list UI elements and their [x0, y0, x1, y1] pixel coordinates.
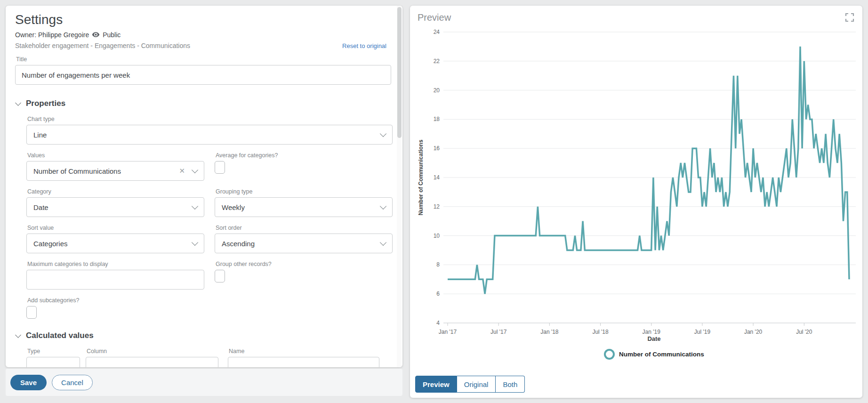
svg-text:16: 16: [434, 145, 440, 152]
svg-text:14: 14: [434, 174, 440, 181]
values-select[interactable]: Number of Communications ✕: [26, 161, 204, 181]
add-subcategories-checkbox[interactable]: [26, 306, 37, 319]
owner-row: Owner: Philippe Gregoire Public: [15, 31, 393, 39]
view-preview-button[interactable]: Preview: [415, 376, 457, 393]
chevron-down-icon: [380, 239, 386, 245]
view-original-button[interactable]: Original: [457, 376, 496, 393]
calc-column-input[interactable]: [86, 357, 218, 367]
grouping-type-label: Grouping type: [216, 188, 393, 195]
page-title: Settings: [15, 12, 393, 27]
title-field-label: Title: [16, 56, 393, 63]
cancel-button[interactable]: Cancel: [52, 375, 93, 390]
line-chart: 4681012141618202224Jan '17Jul '17Jan '18…: [417, 28, 861, 339]
group-other-records-checkbox[interactable]: [215, 270, 225, 282]
chevron-down-icon: [380, 130, 386, 137]
svg-text:Jan '18: Jan '18: [540, 329, 559, 335]
svg-text:Jan '19: Jan '19: [643, 329, 661, 335]
svg-text:10: 10: [434, 233, 440, 239]
settings-footer: Save Cancel: [6, 369, 402, 396]
average-for-categories-label: Average for categories?: [216, 152, 393, 159]
sort-value-label: Sort value: [27, 225, 204, 231]
owner-text: Owner: Philippe Gregoire: [15, 31, 89, 39]
scrollbar-track[interactable]: [397, 6, 402, 367]
category-select[interactable]: Date: [26, 197, 204, 217]
calculated-values-section-header[interactable]: Calculated values: [16, 331, 393, 340]
svg-text:Jul '20: Jul '20: [796, 329, 812, 335]
chevron-down-icon: [192, 202, 198, 209]
sort-order-label: Sort order: [216, 225, 393, 231]
sort-order-select[interactable]: Ascending: [215, 234, 393, 253]
legend-label: Number of Communications: [619, 351, 704, 358]
title-input[interactable]: [15, 65, 391, 85]
calc-type-label: Type: [27, 348, 80, 355]
svg-text:8: 8: [436, 261, 440, 268]
view-toggle-group: Preview Original Both: [415, 376, 525, 393]
calc-name-input[interactable]: [228, 357, 379, 367]
svg-text:20: 20: [434, 87, 440, 94]
svg-text:Jul '17: Jul '17: [490, 329, 507, 335]
svg-text:6: 6: [436, 290, 440, 297]
preview-title: Preview: [418, 12, 451, 23]
fullscreen-icon[interactable]: [844, 12, 855, 23]
settings-panel: Settings Owner: Philippe Gregoire Public…: [6, 6, 402, 367]
calc-type-input[interactable]: [26, 357, 80, 367]
group-other-records-label: Group other records?: [216, 261, 393, 267]
visibility-label: Public: [103, 31, 121, 39]
svg-text:Jul '18: Jul '18: [592, 329, 609, 335]
scrollbar-thumb[interactable]: [397, 7, 402, 138]
properties-section-header[interactable]: Properties: [16, 99, 393, 108]
chevron-down-icon: [192, 166, 198, 173]
chart-type-label: Chart type: [27, 116, 393, 122]
legend-marker-icon: [604, 349, 615, 360]
svg-text:4: 4: [436, 320, 440, 326]
sort-value-select[interactable]: Categories: [26, 234, 204, 253]
svg-text:Jul '19: Jul '19: [694, 329, 711, 335]
svg-text:18: 18: [434, 116, 440, 122]
visibility-eye-icon: [92, 31, 100, 39]
calc-column-label: Column: [87, 348, 218, 355]
svg-text:24: 24: [434, 29, 440, 35]
values-label: Values: [27, 152, 204, 159]
chart-legend[interactable]: Number of Communications: [448, 349, 860, 360]
max-categories-input[interactable]: [26, 270, 204, 290]
max-categories-label: Maximum categories to display: [27, 261, 204, 267]
x-axis-title: Date: [448, 335, 860, 342]
grouping-type-select[interactable]: Weekly: [215, 197, 393, 217]
svg-text:Jan '20: Jan '20: [744, 329, 763, 335]
reset-to-original-link[interactable]: Reset to original: [342, 42, 386, 49]
chevron-down-icon: [15, 332, 21, 338]
save-button[interactable]: Save: [10, 375, 47, 390]
category-label: Category: [27, 188, 204, 195]
breadcrumb: Stakeholder engagement - Engagements - C…: [15, 42, 190, 49]
chevron-down-icon: [192, 239, 198, 245]
add-subcategories-label: Add subcategories?: [27, 297, 393, 304]
svg-text:22: 22: [434, 58, 440, 64]
preview-panel: Preview 4681012141618202224Jan '17Jul '1…: [410, 6, 862, 398]
svg-text:Number of Communications: Number of Communications: [418, 139, 424, 215]
chevron-down-icon: [15, 100, 21, 106]
svg-text:Jan '17: Jan '17: [439, 329, 457, 335]
svg-text:12: 12: [434, 203, 440, 210]
chevron-down-icon: [380, 202, 386, 209]
calc-name-label: Name: [229, 348, 379, 355]
average-for-categories-checkbox[interactable]: [215, 161, 225, 174]
clear-icon[interactable]: ✕: [179, 167, 185, 175]
chart-type-select[interactable]: Line: [26, 125, 393, 145]
view-both-button[interactable]: Both: [496, 376, 525, 393]
